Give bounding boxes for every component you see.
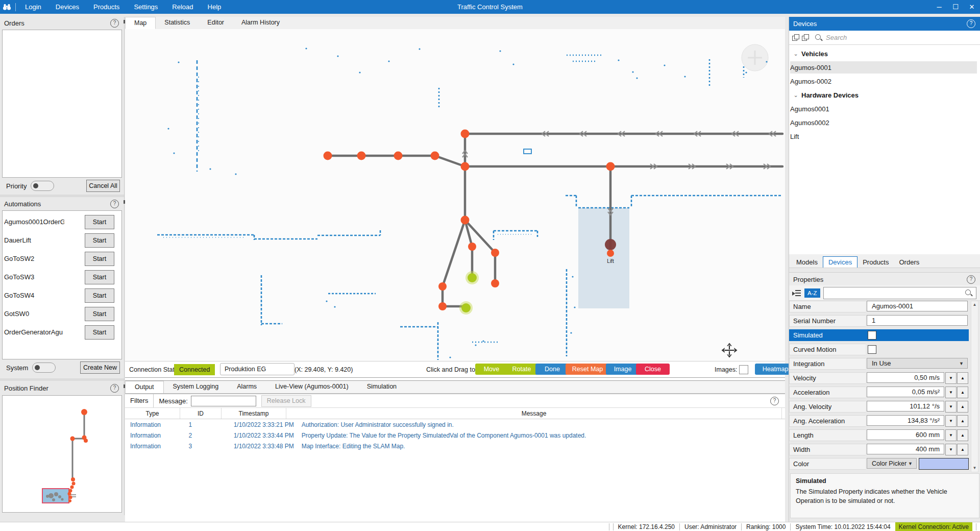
tree-item-agumos-0001[interactable]: Agumos-0001 [790,61,977,74]
help-icon[interactable]: ? [967,275,975,284]
reset-map-button[interactable]: Reset Map [566,364,609,375]
collapse-all-icon[interactable] [792,34,799,41]
menu-item-reload[interactable]: Reload [165,0,200,14]
property-text-input[interactable]: 1 [867,315,968,326]
output-tab-live-view-agumos-0001-[interactable]: Live-View (Agumos-0001) [266,381,358,393]
spinner-up-button[interactable]: ▲ [957,444,968,455]
lift-zone-highlight[interactable] [578,208,629,308]
maximize-button[interactable]: ☐ [947,0,964,14]
start-button[interactable]: Start [85,252,114,266]
property-spinner-value[interactable]: 0,05 m/s² [867,387,944,397]
color-picker-dropdown[interactable]: Color Picker▼ [867,458,917,469]
tree-group-vehicles[interactable]: ⌄Vehicles [790,47,977,60]
bottom-tab-models[interactable]: Models [791,257,823,268]
release-lock-button[interactable]: Release Lock [261,395,311,407]
tree-group-hardware-devices[interactable]: ⌄Hardware Devices [790,89,977,101]
help-icon[interactable]: ? [110,384,119,393]
property-spinner-value[interactable]: 0,50 m/s [867,372,944,383]
move-button[interactable]: Move [475,364,508,375]
splitter[interactable] [0,378,124,381]
property-spinner-value[interactable]: 101,12 °/s [867,401,944,412]
tab-map[interactable]: Map [125,17,156,29]
vehicle-nodes[interactable] [459,271,479,315]
images-checkbox[interactable] [739,365,748,374]
system-toggle[interactable] [32,363,56,373]
menu-item-products[interactable]: Products [86,0,127,14]
start-button[interactable]: Start [85,325,114,340]
help-icon[interactable]: ? [770,397,779,405]
close-button[interactable]: ✕ [964,0,980,14]
position-finder-map[interactable] [2,395,122,513]
menu-item-devices[interactable]: Devices [48,0,86,14]
filters-label[interactable]: Filters [125,394,154,407]
property-text-input[interactable]: Agumos-0001 [867,301,968,311]
scroll-up-icon[interactable]: ▲ [971,301,978,308]
log-row[interactable]: Information11/10/2022 3:33:21 PMAuthoriz… [125,420,785,430]
expand-all-icon[interactable] [802,34,809,41]
spinner-up-button[interactable]: ▲ [957,429,968,441]
start-button[interactable]: Start [85,288,114,303]
close-map-button[interactable]: Close [636,364,670,375]
help-icon[interactable]: ? [967,19,975,28]
start-button[interactable]: Start [85,270,114,284]
minimap-canvas[interactable] [3,396,121,512]
spinner-down-button[interactable]: ▼ [945,415,957,427]
property-spinner-value[interactable]: 134,83 °/s² [867,415,944,426]
property-dropdown[interactable]: In Use▼ [867,358,968,369]
tab-statistics[interactable]: Statistics [156,17,199,29]
property-checkbox[interactable] [868,345,876,354]
spinner-down-button[interactable]: ▼ [945,444,957,455]
spinner-down-button[interactable]: ▼ [945,387,957,398]
output-tab-system-logging[interactable]: System Logging [164,381,228,393]
help-icon[interactable]: ? [110,200,119,208]
spinner-up-button[interactable]: ▲ [957,372,968,384]
properties-search-input[interactable] [823,287,976,299]
menu-item-settings[interactable]: Settings [127,0,165,14]
spinner-up-button[interactable]: ▲ [957,415,968,427]
property-spinner-value[interactable]: 600 mm [867,429,944,440]
output-tab-simulation[interactable]: Simulation [358,381,406,393]
log-row[interactable]: Information21/10/2022 3:33:44 PMProperty… [125,430,785,441]
spinner-down-button[interactable]: ▼ [945,429,957,441]
image-button[interactable]: Image [606,364,640,375]
message-filter-input[interactable] [191,396,256,406]
bottom-tab-devices[interactable]: Devices [823,256,857,268]
output-tab-output[interactable]: Output [125,381,164,393]
spinner-up-button[interactable]: ▲ [957,401,968,413]
rotate-button[interactable]: Rotate [504,364,539,375]
sort-alphabetical-button[interactable]: A-Z [804,288,820,298]
start-button[interactable]: Start [85,233,114,248]
property-spinner-value[interactable]: 400 mm [867,444,944,454]
bottom-tab-products[interactable]: Products [857,257,894,268]
start-button[interactable]: Start [85,307,114,321]
minimize-button[interactable]: ─ [931,0,947,14]
bottom-tab-orders[interactable]: Orders [894,257,924,268]
menu-item-login[interactable]: Login [18,0,48,14]
route-paths[interactable] [328,134,782,306]
create-new-button[interactable]: Create New [80,361,120,374]
menu-item-help[interactable]: Help [201,0,229,14]
categorize-icon[interactable] [792,289,801,297]
map-canvas[interactable]: Lift [125,29,785,361]
tree-item-lift[interactable]: Lift [790,130,977,142]
spinner-down-button[interactable]: ▼ [945,401,957,413]
tree-item-agumos0002[interactable]: Agumos0002 [790,116,977,129]
orders-list[interactable] [2,30,122,178]
spinner-up-button[interactable]: ▲ [957,387,968,398]
area-selector[interactable]: Produktion EG [220,363,295,375]
tree-item-agumos0001[interactable]: Agumos0001 [790,103,977,115]
color-swatch[interactable] [919,458,969,470]
tree-item-agumos-0002[interactable]: Agumos-0002 [790,75,977,87]
devices-search-input[interactable]: Search [826,34,847,41]
done-button[interactable]: Done [535,364,569,375]
property-checkbox[interactable] [868,331,876,340]
output-tab-alarms[interactable]: Alarms [228,381,266,393]
spinner-down-button[interactable]: ▼ [945,372,957,384]
priority-toggle[interactable] [31,181,54,191]
help-icon[interactable]: ? [110,19,119,28]
cancel-all-button[interactable]: Cancel All [86,180,120,192]
log-row[interactable]: Information31/10/2022 3:33:48 PMMap Inte… [125,441,785,451]
tab-editor[interactable]: Editor [199,17,233,29]
tab-alarm-history[interactable]: Alarm History [233,17,288,29]
scroll-down-icon[interactable]: ▼ [971,465,978,472]
